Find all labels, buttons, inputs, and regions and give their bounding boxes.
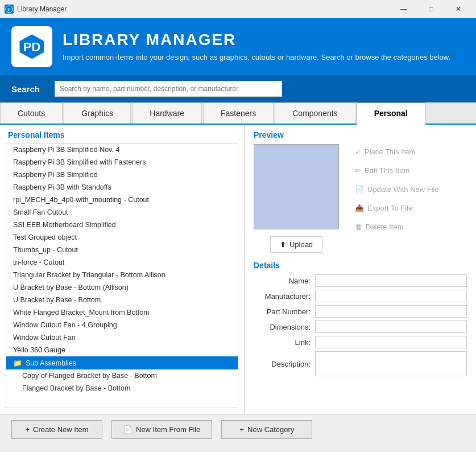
app-header: PD LIBRARY MANAGER Import common items i… [0, 18, 476, 75]
folder-label: Sub Assemblies [26, 359, 76, 367]
list-item[interactable]: Raspberry Pi 3B Simplified [6, 169, 238, 181]
create-icon: + [25, 425, 30, 434]
preview-title: Preview [254, 130, 467, 139]
action-buttons: ✓ Place This Item ✏ Edit This Item 📄 Upd… [348, 144, 467, 253]
app-icon: P [5, 5, 14, 14]
list-item[interactable]: U Bracket by Base - Bottom (Allison) [6, 281, 238, 294]
list-item[interactable]: SSI EEB Motherboard Simplified [6, 219, 238, 231]
edit-item-button[interactable]: ✏ Edit This Item [348, 163, 467, 178]
list-item[interactable]: rpi_MECH_4b_4p0-with_mounting - Cutout [6, 194, 238, 206]
name-label: Name: [254, 277, 311, 285]
new-item-icon: 📄 [123, 425, 133, 434]
list-item[interactable]: Flanged Bracket by Base - Bottom [6, 382, 238, 395]
folder-sub-assemblies[interactable]: 📁 Sub Assemblies [6, 356, 238, 369]
manufacturer-label: Manufacturer: [254, 292, 311, 301]
dimensions-input[interactable] [315, 320, 467, 333]
tabs-bar: Cutouts Graphics Hardware Fasteners Comp… [0, 102, 476, 125]
link-input[interactable] [315, 336, 467, 348]
tab-fasteners[interactable]: Fasteners [203, 102, 274, 124]
part-number-label: Part Number: [254, 307, 311, 316]
description-label: Description: [254, 360, 311, 368]
update-icon: 📄 [355, 185, 364, 194]
tab-components[interactable]: Components [275, 102, 355, 124]
search-label: Search [11, 84, 45, 94]
minimize-button[interactable]: — [391, 0, 417, 18]
upload-icon: ⬆ [280, 240, 286, 249]
list-item[interactable]: Thumbs_up - Cutout [6, 244, 238, 256]
delete-item-button[interactable]: 🗑 Delete Item [348, 219, 467, 235]
window-controls: — □ ✕ [391, 0, 471, 18]
new-item-label: New Item From File [136, 425, 200, 434]
link-label: Link: [254, 338, 311, 347]
list-item[interactable]: Raspberry Pi 3B Simplified with Fastener… [6, 156, 238, 169]
list-item[interactable]: Test Grouped object [6, 231, 238, 244]
preview-area: ⬆ Upload ✓ Place This Item ✏ Edit This I… [254, 144, 467, 253]
delete-icon: 🗑 [355, 223, 362, 231]
list-item[interactable]: Raspberry Pi 3B with Standoffs [6, 181, 238, 194]
list-item[interactable]: U Bracket by Base - Bottom [6, 294, 238, 306]
list-item[interactable]: Copy of Flanged Bracket by Base - Bottom [6, 369, 238, 382]
close-button[interactable]: ✕ [445, 0, 471, 18]
items-list[interactable]: Raspberry Pi 3B Simplified Nov. 4 Raspbe… [6, 143, 238, 408]
list-item[interactable]: Small Fan Cutout [6, 206, 238, 219]
list-item[interactable]: Window Cutout Fan [6, 331, 238, 344]
dimensions-label: Dimensions: [254, 323, 311, 331]
new-category-icon: + [239, 425, 244, 434]
list-item[interactable]: White Flanged Bracket_Mount from Bottom [6, 306, 238, 319]
window-title: Library Manager [17, 5, 391, 13]
export-icon: 📤 [355, 204, 364, 212]
app-logo: PD [11, 26, 52, 67]
edit-icon: ✏ [355, 166, 361, 175]
details-grid: Name: Manufacturer: Part Number: Dimensi… [254, 274, 467, 376]
place-item-button[interactable]: ✓ Place This Item [348, 144, 467, 159]
folder-icon: 📁 [13, 359, 22, 367]
upload-area: ⬆ Upload [254, 236, 339, 253]
create-item-button[interactable]: + Create New Item [11, 420, 102, 439]
name-input[interactable] [315, 274, 467, 287]
description-input[interactable] [315, 351, 467, 376]
maximize-button[interactable]: □ [418, 0, 444, 18]
logo-svg: PD [17, 32, 47, 61]
place-icon: ✓ [355, 147, 361, 156]
tab-graphics[interactable]: Graphics [64, 102, 131, 124]
tab-cutouts[interactable]: Cutouts [0, 102, 63, 124]
create-label: Create New Item [33, 425, 89, 434]
app-subtitle: Import common items into your design, su… [63, 52, 450, 63]
place-label: Place This Item [365, 147, 415, 156]
search-input[interactable] [55, 81, 282, 97]
title-bar: P Library Manager — □ ✕ [0, 0, 476, 18]
update-label: Update With New File [367, 185, 439, 194]
svg-text:P: P [7, 7, 11, 13]
new-item-from-file-button[interactable]: 📄 New Item From File [111, 420, 212, 439]
manufacturer-input[interactable] [315, 290, 467, 302]
details-title: Details [254, 261, 467, 270]
search-bar: Search [0, 75, 476, 102]
upload-label: Upload [289, 240, 313, 249]
tab-hardware[interactable]: Hardware [132, 102, 202, 124]
list-item[interactable]: Yello 360 Gauge [6, 344, 238, 356]
svg-text:PD: PD [23, 40, 41, 54]
export-item-button[interactable]: 📤 Export To File [348, 200, 467, 216]
update-item-button[interactable]: 📄 Update With New File [348, 182, 467, 197]
list-item[interactable]: Raspberry Pi 3B Simplified Nov. 4 [6, 143, 238, 156]
preview-box [254, 144, 339, 229]
details-section: Details Name: Manufacturer: Part Number:… [254, 261, 467, 376]
tab-personal[interactable]: Personal [357, 102, 425, 125]
list-item[interactable]: tri-force - Cutout [6, 256, 238, 269]
upload-button[interactable]: ⬆ Upload [270, 236, 322, 253]
list-item[interactable]: Triangular Bracket by Triangular - Botto… [6, 269, 238, 281]
edit-label: Edit This Item [365, 166, 409, 175]
app-title: LIBRARY MANAGER [63, 31, 450, 49]
new-category-button[interactable]: + New Category [221, 420, 312, 439]
export-label: Export To File [367, 204, 412, 212]
part-number-input[interactable] [315, 305, 467, 318]
header-text: LIBRARY MANAGER Import common items into… [63, 31, 450, 63]
new-category-label: New Category [247, 425, 294, 434]
left-panel: Personal Items Raspberry Pi 3B Simplifie… [0, 125, 245, 414]
panel-title: Personal Items [0, 125, 244, 143]
main-content: Personal Items Raspberry Pi 3B Simplifie… [0, 125, 476, 414]
list-item[interactable]: Window Cutout Fan - 4 Grouping [6, 319, 238, 331]
bottom-bar: + Create New Item 📄 New Item From File +… [0, 414, 476, 445]
right-panel: Preview ⬆ Upload ✓ Place This Item ✏ [245, 125, 476, 414]
delete-label: Delete Item [366, 223, 403, 231]
